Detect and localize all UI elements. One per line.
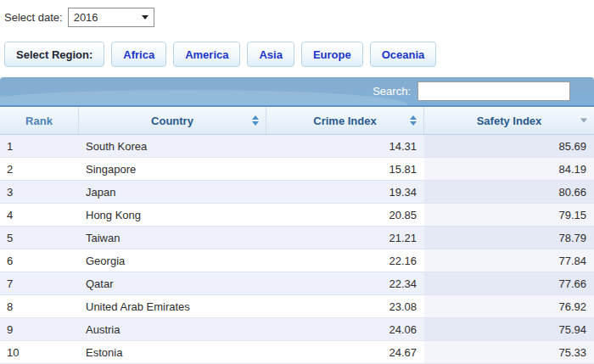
region-group-label: Select Region: [4, 42, 104, 67]
table-row: 3 Japan 19.34 80.66 [0, 181, 594, 204]
crime-index-table: Search: Rank Country Crime Index Safety … [0, 77, 594, 364]
crime-index-cell: 21.21 [266, 227, 424, 249]
date-control-row: Select date: 2016 [0, 7, 594, 27]
table-row: 10 Estonia 24.67 75.33 [0, 341, 594, 364]
sort-both-icon [410, 115, 417, 126]
country-cell: Estonia [79, 341, 266, 363]
crime-index-cell: 22.16 [266, 249, 424, 272]
safety-index-cell: 78.79 [424, 227, 594, 249]
region-button-oceania[interactable]: Oceania [370, 42, 437, 67]
safety-index-cell: 80.66 [424, 181, 594, 203]
table-row: 9 Austria 24.06 75.94 [0, 318, 594, 341]
country-cell: Japan [79, 181, 266, 203]
table-row: 5 Taiwan 21.21 78.79 [0, 227, 594, 249]
crime-index-cell: 24.67 [266, 341, 424, 363]
crime-index-cell: 23.08 [266, 295, 424, 317]
search-label: Search: [373, 85, 411, 98]
table-header-row: Rank Country Crime Index Safety Index [0, 107, 594, 135]
table-row: 4 Hong Kong 20.85 79.15 [0, 204, 594, 227]
crime-index-cell: 15.81 [266, 158, 424, 180]
safety-index-cell: 77.84 [424, 249, 594, 272]
column-header-rank[interactable]: Rank [0, 107, 79, 134]
rank-cell: 10 [0, 341, 79, 363]
country-cell: Taiwan [79, 227, 266, 249]
safety-index-cell: 79.15 [424, 204, 594, 226]
region-button-asia[interactable]: Asia [247, 42, 294, 67]
safety-index-cell: 76.92 [424, 295, 594, 317]
date-select-value: 2016 [74, 11, 98, 24]
rank-cell: 7 [0, 272, 79, 294]
table-row: 1 South Korea 14.31 85.69 [0, 135, 594, 158]
country-cell: Singapore [79, 158, 266, 180]
country-cell: Georgia [79, 249, 266, 272]
column-header-label: Country [151, 115, 193, 127]
country-cell: South Korea [79, 135, 266, 157]
rank-cell: 4 [0, 204, 79, 226]
region-button-group: Select Region: Africa America Asia Europ… [0, 42, 594, 67]
rank-cell: 2 [0, 158, 79, 180]
search-input[interactable] [417, 81, 570, 101]
country-cell: Austria [79, 318, 266, 340]
sort-desc-icon [580, 119, 587, 123]
column-header-country[interactable]: Country [79, 107, 266, 134]
crime-index-cell: 22.34 [266, 272, 424, 294]
crime-index-cell: 20.85 [266, 204, 424, 226]
date-select-label: Select date: [4, 11, 63, 24]
table-row: 8 United Arab Emirates 23.08 76.92 [0, 295, 594, 318]
rank-cell: 5 [0, 227, 79, 249]
rank-cell: 6 [0, 249, 79, 272]
column-header-label: Crime Index [313, 115, 376, 127]
table-row: 2 Singapore 15.81 84.19 [0, 158, 594, 181]
country-cell: Qatar [79, 272, 266, 294]
column-header-crime-index[interactable]: Crime Index [266, 107, 424, 134]
country-cell: United Arab Emirates [79, 295, 266, 317]
region-button-europe[interactable]: Europe [301, 42, 363, 67]
region-button-america[interactable]: America [173, 42, 240, 67]
safety-index-cell: 75.94 [424, 318, 594, 340]
safety-index-cell: 85.69 [424, 135, 594, 157]
sort-both-icon [252, 115, 259, 126]
table-row: 7 Qatar 22.34 77.66 [0, 272, 594, 295]
dropdown-arrow-icon [142, 15, 148, 20]
safety-index-cell: 84.19 [424, 158, 594, 180]
crime-index-cell: 19.34 [266, 181, 424, 203]
crime-index-cell: 24.06 [266, 318, 424, 340]
date-select[interactable]: 2016 [68, 8, 154, 27]
rank-cell: 3 [0, 181, 79, 203]
table-row: 6 Georgia 22.16 77.84 [0, 249, 594, 272]
column-header-label: Safety Index [477, 115, 542, 127]
column-header-safety-index[interactable]: Safety Index [424, 107, 594, 134]
rank-cell: 9 [0, 318, 79, 340]
country-cell: Hong Kong [79, 204, 266, 226]
rank-cell: 1 [0, 135, 79, 157]
column-header-label: Rank [25, 115, 53, 127]
rank-cell: 8 [0, 295, 79, 317]
table-toolbar: Search: [0, 77, 594, 107]
crime-index-cell: 14.31 [266, 135, 424, 157]
safety-index-cell: 77.66 [424, 272, 594, 294]
region-button-africa[interactable]: Africa [111, 42, 166, 67]
safety-index-cell: 75.33 [424, 341, 594, 363]
